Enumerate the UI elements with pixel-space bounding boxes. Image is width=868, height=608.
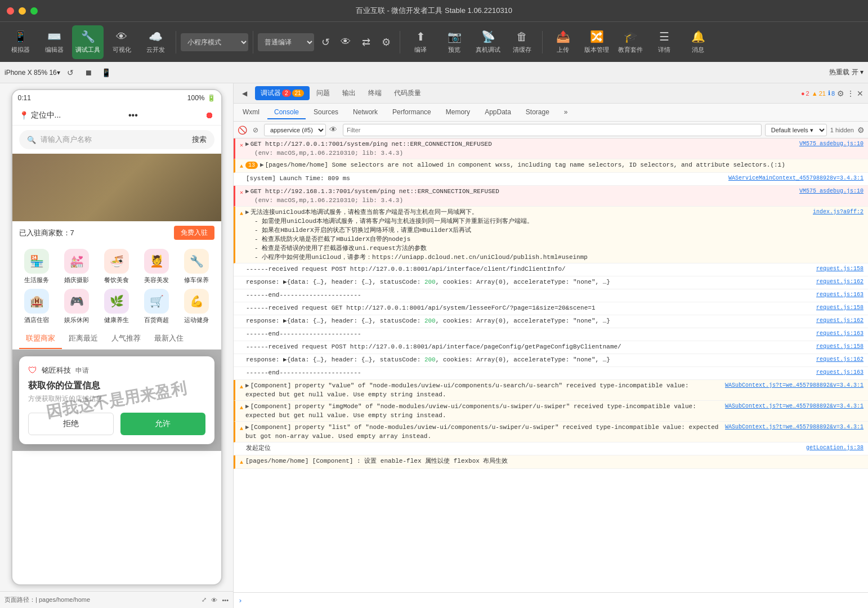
record-icon[interactable]: ⏺: [205, 110, 214, 120]
filter-input[interactable]: [343, 124, 762, 136]
settings-button[interactable]: ⚙: [377, 33, 395, 51]
row-source[interactable]: request.js:162: [812, 278, 863, 287]
upload-button[interactable]: 📤 上传: [547, 25, 579, 59]
expand-icon[interactable]: ⤢: [202, 596, 207, 603]
panel-tab-appdata[interactable]: AppData: [478, 106, 518, 119]
filter-tab[interactable]: 最新入住: [147, 329, 190, 349]
panel-tab-memory[interactable]: Memory: [439, 106, 477, 119]
panel-tab-console[interactable]: Console: [267, 106, 306, 119]
row-source[interactable]: VM575 asdebug.js:10: [795, 187, 863, 196]
row-source[interactable]: request.js:163: [812, 329, 863, 338]
devtools-settings-btn[interactable]: ⚙: [837, 89, 844, 98]
category-item[interactable]: 🔧修车保养: [179, 249, 214, 284]
devtools-tab-输出[interactable]: 输出: [337, 86, 361, 100]
dialog-confirm-button[interactable]: 允许: [120, 413, 205, 435]
row-source[interactable]: getLocation.js:38: [802, 444, 863, 453]
row-source[interactable]: WASubContext.js?t=we…4557988892&v=3.4.3:…: [721, 381, 863, 390]
row-source[interactable]: request.js:163: [812, 368, 863, 377]
console-input[interactable]: [245, 597, 863, 605]
console-output[interactable]: ✕▶GET http://127.0.0.1:7001/system/ping …: [234, 138, 868, 592]
console-clear-btn[interactable]: 🚫: [237, 125, 247, 135]
close-button[interactable]: [7, 7, 14, 15]
editor-button[interactable]: ⌨️ 编辑器: [38, 25, 70, 59]
debugger-button[interactable]: 🔧 调试工具: [72, 25, 104, 59]
version-mgr-button[interactable]: 🔀 版本管理: [581, 25, 612, 59]
row-source[interactable]: VM575 asdebug.js:10: [795, 140, 863, 149]
row-source[interactable]: request.js:158: [812, 303, 863, 312]
compile-select[interactable]: 普通编译 自定义编译: [258, 33, 314, 51]
more-icon[interactable]: •••: [128, 110, 138, 120]
row-source[interactable]: WASubContext.js?t=we…4557988892&v=3.4.3:…: [721, 423, 863, 432]
category-item[interactable]: 🌿健康养生: [99, 289, 135, 324]
row-source[interactable]: request.js:162: [812, 316, 863, 325]
visual-button[interactable]: 👁 可视化: [106, 25, 137, 59]
simulator-button[interactable]: 📱 模拟器: [5, 25, 36, 59]
devtools-tab-调试器[interactable]: 调试器221: [255, 86, 310, 100]
expand-triangle[interactable]: ▶: [245, 424, 249, 431]
row-source[interactable]: WASubContext.js?t=we…4557988892&v=3.4.3:…: [721, 402, 863, 411]
devtools-tab-代码质量[interactable]: 代码质量: [388, 86, 427, 100]
cloud-button[interactable]: ☁️ 云开发: [140, 25, 171, 59]
window-controls[interactable]: [7, 7, 38, 15]
more-page-icon[interactable]: •••: [222, 597, 229, 603]
real-debug-button[interactable]: 📡 真机调试: [472, 25, 504, 59]
expand-triangle[interactable]: ▶: [245, 382, 249, 389]
eye-page-icon[interactable]: 👁: [211, 597, 217, 603]
stop-button[interactable]: ⏹: [80, 65, 96, 81]
reset-button[interactable]: ↺: [62, 65, 78, 81]
expand-triangle[interactable]: ▶: [245, 209, 249, 216]
category-item[interactable]: 🎮娱乐休闲: [59, 289, 95, 324]
devtools-close-btn[interactable]: ✕: [857, 89, 863, 98]
category-item[interactable]: 💆美容美发: [139, 249, 175, 284]
phone-portrait-button[interactable]: 📱: [99, 65, 114, 81]
preview-button[interactable]: 📷 预览: [439, 25, 470, 59]
sync-button[interactable]: ⇄: [357, 33, 375, 51]
category-item[interactable]: 💒婚庆摄影: [59, 249, 95, 284]
panel-tab-performance[interactable]: Performance: [386, 106, 438, 119]
device-selector[interactable]: iPhone X 85% 16▾: [5, 69, 60, 77]
row-source[interactable]: WAServiceMainContext_4557988928v=3.4.3:1: [724, 174, 863, 183]
panel-tabs-more[interactable]: »: [557, 106, 575, 119]
panel-tab-network[interactable]: Network: [346, 106, 384, 119]
maximize-button[interactable]: [30, 7, 38, 15]
category-item[interactable]: 🏪生活服务: [19, 249, 55, 284]
category-item[interactable]: 🛒百货商超: [139, 289, 175, 324]
search-bar[interactable]: 🔍 请输入商户名称 搜索: [19, 130, 214, 149]
message-button[interactable]: 🔔 消息: [682, 25, 714, 59]
refresh-button[interactable]: ↺: [316, 33, 334, 51]
filter-tab[interactable]: 人气推荐: [105, 329, 147, 349]
devtools-tab-终端[interactable]: 终端: [363, 86, 387, 100]
console-pause-btn[interactable]: ⊘: [250, 125, 261, 135]
details-button[interactable]: ☰ 详情: [648, 25, 680, 59]
filter-tab[interactable]: 联盟商家: [19, 329, 62, 349]
join-button[interactable]: 免费入驻: [174, 226, 214, 240]
context-select[interactable]: appservice (#5): [264, 124, 326, 136]
category-item[interactable]: 🏨酒店住宿: [19, 289, 55, 324]
category-item[interactable]: 💪运动健身: [179, 289, 214, 324]
clear-cache-button[interactable]: 🗑 清缓存: [506, 25, 538, 59]
education-button[interactable]: 🎓 教育套件: [615, 25, 646, 59]
mode-select[interactable]: 小程序模式 插件模式: [181, 33, 248, 51]
filter-tab[interactable]: 距离最近: [62, 329, 105, 349]
row-source[interactable]: request.js:163: [812, 290, 863, 299]
minimize-button[interactable]: [19, 7, 26, 15]
preview-toggle-button[interactable]: 👁: [337, 33, 355, 51]
panel-tab-wxml[interactable]: Wxml: [236, 106, 266, 119]
row-source[interactable]: request.js:162: [812, 355, 863, 364]
eye-button[interactable]: 👁: [329, 125, 339, 135]
row-source[interactable]: request.js:158: [812, 265, 863, 274]
level-select[interactable]: Default levels ▾: [765, 124, 827, 136]
expand-triangle[interactable]: ▶: [245, 403, 249, 410]
phone-content[interactable]: 📍 定位中... ••• ⏺ 🔍 请输入商户名称 搜索: [12, 106, 221, 584]
expand-triangle[interactable]: ▶: [260, 162, 264, 168]
console-settings-btn[interactable]: ⚙: [857, 126, 865, 135]
panel-tab-storage[interactable]: Storage: [519, 106, 556, 119]
expand-triangle[interactable]: ▶: [245, 141, 249, 147]
panel-tab-sources[interactable]: Sources: [307, 106, 345, 119]
hot-reload-button[interactable]: 热重载 开 ▾: [829, 68, 863, 77]
search-submit-btn[interactable]: 搜索: [192, 135, 207, 145]
category-item[interactable]: 🍜餐饮美食: [99, 249, 135, 284]
row-source[interactable]: request.js:158: [812, 342, 863, 351]
devtools-menu-btn[interactable]: ⋮: [847, 89, 854, 98]
devtools-tab-问题[interactable]: 问题: [311, 86, 335, 100]
